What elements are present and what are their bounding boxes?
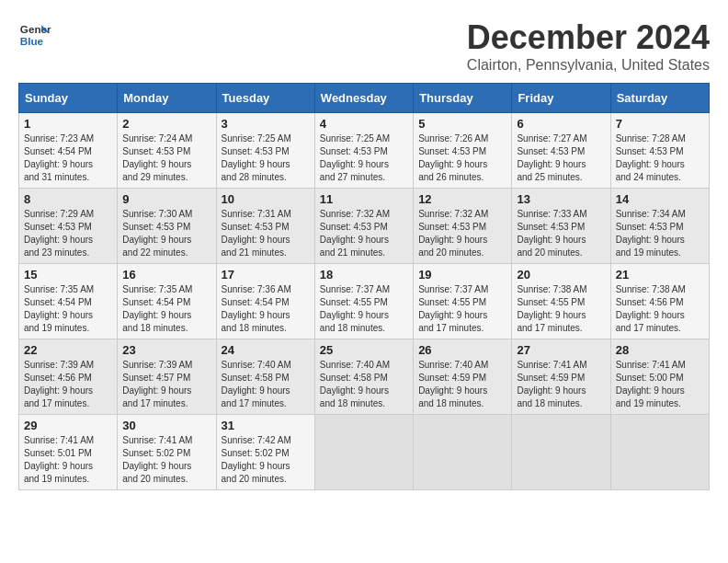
calendar-day-header: Thursday <box>414 84 512 113</box>
calendar-cell: 19Sunrise: 7:37 AM Sunset: 4:55 PM Dayli… <box>414 264 512 339</box>
calendar-cell: 7Sunrise: 7:28 AM Sunset: 4:53 PM Daylig… <box>610 113 709 189</box>
day-info: Sunrise: 7:40 AM Sunset: 4:58 PM Dayligh… <box>222 359 310 410</box>
calendar-cell: 14Sunrise: 7:34 AM Sunset: 4:53 PM Dayli… <box>610 189 709 264</box>
day-number: 28 <box>616 343 704 357</box>
header: General Blue December 2024 Clairton, Pen… <box>18 18 710 74</box>
day-info: Sunrise: 7:32 AM Sunset: 4:53 PM Dayligh… <box>418 208 506 259</box>
calendar-cell <box>512 415 610 490</box>
day-number: 3 <box>222 117 310 131</box>
calendar-day-header: Saturday <box>610 84 709 113</box>
day-info: Sunrise: 7:37 AM Sunset: 4:55 PM Dayligh… <box>320 283 408 335</box>
day-info: Sunrise: 7:33 AM Sunset: 4:53 PM Dayligh… <box>517 208 605 259</box>
day-number: 17 <box>222 268 310 282</box>
calendar-cell: 12Sunrise: 7:32 AM Sunset: 4:53 PM Dayli… <box>414 189 512 264</box>
calendar-cell: 26Sunrise: 7:40 AM Sunset: 4:59 PM Dayli… <box>414 339 512 415</box>
calendar-cell: 21Sunrise: 7:38 AM Sunset: 4:56 PM Dayli… <box>610 264 709 339</box>
day-info: Sunrise: 7:29 AM Sunset: 4:53 PM Dayligh… <box>24 208 112 259</box>
calendar-day-header: Tuesday <box>216 84 314 113</box>
day-number: 14 <box>616 192 704 206</box>
day-info: Sunrise: 7:40 AM Sunset: 4:59 PM Dayligh… <box>418 359 506 410</box>
svg-text:Blue: Blue <box>20 35 44 47</box>
svg-text:General: General <box>20 23 51 35</box>
calendar-cell: 28Sunrise: 7:41 AM Sunset: 5:00 PM Dayli… <box>610 339 709 415</box>
calendar-cell: 18Sunrise: 7:37 AM Sunset: 4:55 PM Dayli… <box>314 264 413 339</box>
day-number: 12 <box>418 192 506 206</box>
calendar-week-row: 22Sunrise: 7:39 AM Sunset: 4:56 PM Dayli… <box>19 339 710 415</box>
day-number: 15 <box>24 268 112 282</box>
day-number: 5 <box>418 117 506 131</box>
day-info: Sunrise: 7:41 AM Sunset: 5:01 PM Dayligh… <box>24 434 112 486</box>
day-number: 8 <box>24 192 112 206</box>
calendar-cell: 31Sunrise: 7:42 AM Sunset: 5:02 PM Dayli… <box>216 415 314 490</box>
day-number: 13 <box>517 192 605 206</box>
month-title: December 2024 <box>467 18 710 57</box>
day-number: 10 <box>222 192 310 206</box>
calendar-cell: 13Sunrise: 7:33 AM Sunset: 4:53 PM Dayli… <box>512 189 610 264</box>
day-info: Sunrise: 7:42 AM Sunset: 5:02 PM Dayligh… <box>222 434 310 486</box>
day-info: Sunrise: 7:25 AM Sunset: 4:53 PM Dayligh… <box>222 132 310 184</box>
day-number: 27 <box>517 343 605 357</box>
calendar-cell: 25Sunrise: 7:40 AM Sunset: 4:58 PM Dayli… <box>314 339 413 415</box>
logo-icon: General Blue <box>18 18 51 52</box>
location-title: Clairton, Pennsylvania, United States <box>467 57 710 74</box>
day-info: Sunrise: 7:40 AM Sunset: 4:58 PM Dayligh… <box>320 359 408 410</box>
day-number: 20 <box>517 268 605 282</box>
calendar-cell: 24Sunrise: 7:40 AM Sunset: 4:58 PM Dayli… <box>216 339 314 415</box>
day-info: Sunrise: 7:35 AM Sunset: 4:54 PM Dayligh… <box>24 283 112 335</box>
day-number: 26 <box>418 343 506 357</box>
calendar-cell: 16Sunrise: 7:35 AM Sunset: 4:54 PM Dayli… <box>118 264 216 339</box>
day-number: 4 <box>320 117 408 131</box>
day-info: Sunrise: 7:38 AM Sunset: 4:55 PM Dayligh… <box>517 283 605 335</box>
day-number: 19 <box>418 268 506 282</box>
calendar-week-row: 29Sunrise: 7:41 AM Sunset: 5:01 PM Dayli… <box>19 415 710 490</box>
calendar-cell: 15Sunrise: 7:35 AM Sunset: 4:54 PM Dayli… <box>19 264 118 339</box>
calendar-week-row: 8Sunrise: 7:29 AM Sunset: 4:53 PM Daylig… <box>19 189 710 264</box>
calendar-cell <box>610 415 709 490</box>
day-number: 22 <box>24 343 112 357</box>
title-area: December 2024 Clairton, Pennsylvania, Un… <box>467 18 710 74</box>
calendar-week-row: 15Sunrise: 7:35 AM Sunset: 4:54 PM Dayli… <box>19 264 710 339</box>
day-number: 2 <box>122 117 210 131</box>
day-info: Sunrise: 7:34 AM Sunset: 4:53 PM Dayligh… <box>616 208 704 259</box>
calendar-day-header: Wednesday <box>314 84 413 113</box>
calendar-cell: 2Sunrise: 7:24 AM Sunset: 4:53 PM Daylig… <box>118 113 216 189</box>
calendar-cell: 4Sunrise: 7:25 AM Sunset: 4:53 PM Daylig… <box>314 113 413 189</box>
calendar-cell: 22Sunrise: 7:39 AM Sunset: 4:56 PM Dayli… <box>19 339 118 415</box>
calendar-cell: 23Sunrise: 7:39 AM Sunset: 4:57 PM Dayli… <box>118 339 216 415</box>
calendar-cell: 17Sunrise: 7:36 AM Sunset: 4:54 PM Dayli… <box>216 264 314 339</box>
logo: General Blue <box>18 18 51 52</box>
day-number: 16 <box>122 268 210 282</box>
day-number: 24 <box>222 343 310 357</box>
calendar-week-row: 1Sunrise: 7:23 AM Sunset: 4:54 PM Daylig… <box>19 113 710 189</box>
day-info: Sunrise: 7:24 AM Sunset: 4:53 PM Dayligh… <box>122 132 210 184</box>
day-info: Sunrise: 7:35 AM Sunset: 4:54 PM Dayligh… <box>122 283 210 335</box>
calendar-cell: 27Sunrise: 7:41 AM Sunset: 4:59 PM Dayli… <box>512 339 610 415</box>
day-number: 21 <box>616 268 704 282</box>
day-info: Sunrise: 7:26 AM Sunset: 4:53 PM Dayligh… <box>418 132 506 184</box>
calendar-body: 1Sunrise: 7:23 AM Sunset: 4:54 PM Daylig… <box>19 113 710 490</box>
day-info: Sunrise: 7:30 AM Sunset: 4:53 PM Dayligh… <box>122 208 210 259</box>
day-info: Sunrise: 7:38 AM Sunset: 4:56 PM Dayligh… <box>616 283 704 335</box>
calendar-cell: 3Sunrise: 7:25 AM Sunset: 4:53 PM Daylig… <box>216 113 314 189</box>
day-info: Sunrise: 7:41 AM Sunset: 4:59 PM Dayligh… <box>517 359 605 410</box>
day-number: 7 <box>616 117 704 131</box>
calendar-cell: 29Sunrise: 7:41 AM Sunset: 5:01 PM Dayli… <box>19 415 118 490</box>
day-number: 23 <box>122 343 210 357</box>
calendar-header-row: SundayMondayTuesdayWednesdayThursdayFrid… <box>19 84 710 113</box>
day-info: Sunrise: 7:41 AM Sunset: 5:00 PM Dayligh… <box>616 359 704 410</box>
calendar-cell: 6Sunrise: 7:27 AM Sunset: 4:53 PM Daylig… <box>512 113 610 189</box>
day-number: 18 <box>320 268 408 282</box>
day-info: Sunrise: 7:25 AM Sunset: 4:53 PM Dayligh… <box>320 132 408 184</box>
day-info: Sunrise: 7:39 AM Sunset: 4:56 PM Dayligh… <box>24 359 112 410</box>
day-info: Sunrise: 7:32 AM Sunset: 4:53 PM Dayligh… <box>320 208 408 259</box>
calendar-cell: 20Sunrise: 7:38 AM Sunset: 4:55 PM Dayli… <box>512 264 610 339</box>
day-number: 29 <box>24 419 112 432</box>
calendar-day-header: Monday <box>118 84 216 113</box>
day-info: Sunrise: 7:36 AM Sunset: 4:54 PM Dayligh… <box>222 283 310 335</box>
calendar-cell <box>414 415 512 490</box>
calendar-cell <box>314 415 413 490</box>
day-info: Sunrise: 7:39 AM Sunset: 4:57 PM Dayligh… <box>122 359 210 410</box>
calendar-cell: 1Sunrise: 7:23 AM Sunset: 4:54 PM Daylig… <box>19 113 118 189</box>
day-number: 31 <box>222 419 310 432</box>
day-number: 9 <box>122 192 210 206</box>
